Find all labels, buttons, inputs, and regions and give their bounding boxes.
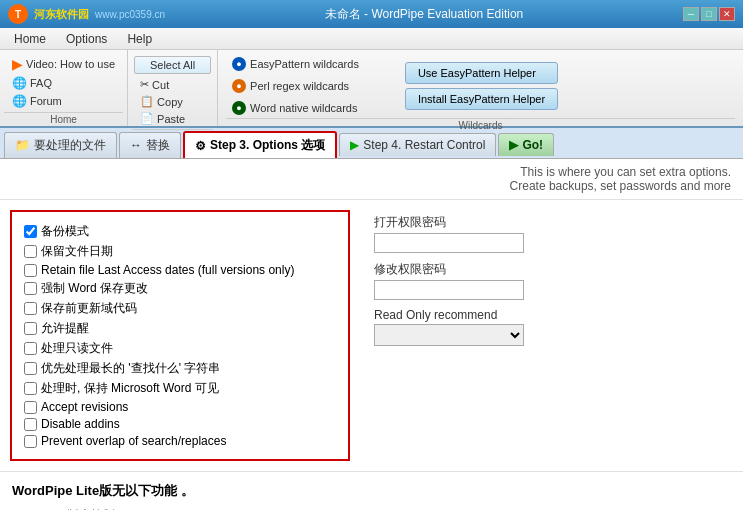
option-ms-visible-checkbox[interactable] <box>24 382 37 395</box>
faq-button[interactable]: 🌐 FAQ <box>6 74 121 92</box>
tab-replace-label: 替换 <box>146 137 170 154</box>
word-native-button[interactable]: ● Word native wildcards <box>226 98 365 118</box>
select-all-button[interactable]: Select All <box>134 56 211 74</box>
options-right-panel: 打开权限密码 修改权限密码 Read Only recommend Yes No <box>370 210 733 461</box>
bottom-title: WordPipe Lite版无以下功能 。 <box>12 482 731 500</box>
tab-files-icon: 📁 <box>15 138 30 152</box>
title-bar: T 河东软件园 www.pc0359.cn 未命名 - WordPipe Eva… <box>0 0 743 28</box>
install-ep-helper-button[interactable]: Install EasyPattern Helper <box>405 88 558 110</box>
select-all-label: Select All <box>150 59 195 71</box>
wildcards-group-label: Wildcards <box>226 118 735 132</box>
video-button[interactable]: ▶ Video: How to use <box>6 54 121 74</box>
close-button[interactable]: ✕ <box>719 7 735 21</box>
option-disable-add-label: Disable addins <box>41 417 120 431</box>
tab-replace[interactable]: ↔ 替换 <box>119 132 181 158</box>
paste-icon: 📄 <box>140 112 154 125</box>
option-retain-access-checkbox[interactable] <box>24 264 37 277</box>
tab-options-icon: ⚙ <box>195 139 206 153</box>
app-logo: T <box>8 4 28 24</box>
option-priority-checkbox[interactable] <box>24 362 37 375</box>
open-password-label: 打开权限密码 <box>374 214 729 231</box>
tab-go-label: Go! <box>522 138 543 152</box>
menu-options[interactable]: Options <box>56 30 117 48</box>
option-accept-rev-checkbox[interactable] <box>24 401 37 414</box>
option-allow-prompt: 允许提醒 <box>24 320 336 337</box>
menu-bar: Home Options Help <box>0 28 743 50</box>
modify-password-label: 修改权限密码 <box>374 261 729 278</box>
easypattern-button[interactable]: ● EasyPattern wildcards <box>226 54 365 74</box>
option-disable-add: Disable addins <box>24 417 336 431</box>
option-accept-rev-label: Accept revisions <box>41 400 128 414</box>
tab-bar: 📁 要处理的文件 ↔ 替换 ⚙ Step 3. Options 选项 ▶ Ste… <box>0 128 743 159</box>
option-save-before: 保存前更新域代码 <box>24 300 336 317</box>
title-bar-left: T 河东软件园 www.pc0359.cn <box>8 4 165 24</box>
word-native-icon: ● <box>232 101 246 115</box>
option-backup: 备份模式 <box>24 223 336 240</box>
option-force-save-label: 强制 Word 保存更改 <box>41 280 148 297</box>
option-backup-checkbox[interactable] <box>24 225 37 238</box>
option-prevent-overlap-checkbox[interactable] <box>24 435 37 448</box>
easypattern-icon: ● <box>232 57 246 71</box>
option-retain-access-label: Retain file Last Access dates (full vers… <box>41 263 294 277</box>
paste-button[interactable]: 📄 Paste <box>134 110 191 127</box>
tab-options[interactable]: ⚙ Step 3. Options 选项 <box>183 131 337 158</box>
copy-label: Copy <box>157 96 183 108</box>
easypattern-label: EasyPattern wildcards <box>250 58 359 70</box>
faq-label: FAQ <box>30 77 52 89</box>
option-force-save: 强制 Word 保存更改 <box>24 280 336 297</box>
option-priority-label: 优先处理最长的 '查找什么' 字符串 <box>41 360 220 377</box>
menu-help[interactable]: Help <box>117 30 162 48</box>
option-backup-label: 备份模式 <box>41 223 89 240</box>
tab-options-label: Step 3. Options 选项 <box>210 137 325 154</box>
faq-icon: 🌐 <box>12 76 27 90</box>
tab-files-label: 要处理的文件 <box>34 137 106 154</box>
window-title: 未命名 - WordPipe Evaluation Edition <box>325 6 524 23</box>
bottom-section: WordPipe Lite版无以下功能 。 ISO-9001 版本控制 <box>0 471 743 510</box>
forum-label: Forum <box>30 95 62 107</box>
option-disable-add-checkbox[interactable] <box>24 418 37 431</box>
option-readonly-label: 处理只读文件 <box>41 340 113 357</box>
option-accept-rev: Accept revisions <box>24 400 336 414</box>
readonly-recommend-select[interactable]: Yes No <box>374 324 524 346</box>
perl-regex-button[interactable]: ● Perl regex wildcards <box>226 76 365 96</box>
tab-go[interactable]: ▶ Go! <box>498 133 554 156</box>
option-readonly-checkbox[interactable] <box>24 342 37 355</box>
forum-button[interactable]: 🌐 Forum <box>6 92 121 110</box>
scissors-icon: ✂ <box>140 78 149 91</box>
description-area: This is where you can set extra options.… <box>0 159 743 200</box>
tab-files[interactable]: 📁 要处理的文件 <box>4 132 117 158</box>
toolbar-group-home: ▶ Video: How to use 🌐 FAQ 🌐 Forum Home <box>0 50 128 126</box>
cut-button[interactable]: ✂ Cut <box>134 76 175 93</box>
use-ep-helper-button[interactable]: Use EasyPattern Helper <box>405 62 558 84</box>
option-preserve-date: 保留文件日期 <box>24 243 336 260</box>
toolbar-group-edit: Select All ✂ Cut 📋 Copy 📄 Paste Edit <box>128 50 218 126</box>
home-group-label: Home <box>4 112 123 126</box>
tab-restart-label: Step 4. Restart Control <box>363 138 485 152</box>
video-icon: ▶ <box>12 56 23 72</box>
option-save-before-checkbox[interactable] <box>24 302 37 315</box>
tab-restart[interactable]: ▶ Step 4. Restart Control <box>339 133 496 156</box>
option-allow-prompt-checkbox[interactable] <box>24 322 37 335</box>
forum-icon: 🌐 <box>12 94 27 108</box>
home-group-content: ▶ Video: How to use 🌐 FAQ 🌐 Forum <box>4 52 123 112</box>
toolbar-group-wildcards: ● EasyPattern wildcards ● Perl regex wil… <box>218 50 743 126</box>
tab-restart-icon: ▶ <box>350 138 359 152</box>
option-preserve-date-checkbox[interactable] <box>24 245 37 258</box>
copy-button[interactable]: 📋 Copy <box>134 93 189 110</box>
video-label: Video: How to use <box>26 58 115 70</box>
modify-password-input[interactable] <box>374 280 524 300</box>
site-name: 河东软件园 <box>34 7 89 22</box>
option-ms-visible-label: 处理时, 保持 Microsoft Word 可见 <box>41 380 219 397</box>
menu-home[interactable]: Home <box>4 30 56 48</box>
open-password-input[interactable] <box>374 233 524 253</box>
option-prevent-overlap-label: Prevent overlap of search/replaces <box>41 434 226 448</box>
option-preserve-date-label: 保留文件日期 <box>41 243 113 260</box>
option-priority: 优先处理最长的 '查找什么' 字符串 <box>24 360 336 377</box>
copy-icon: 📋 <box>140 95 154 108</box>
maximize-button[interactable]: □ <box>701 7 717 21</box>
options-left-panel: 备份模式 保留文件日期 Retain file Last Access date… <box>10 210 350 461</box>
minimize-button[interactable]: ─ <box>683 7 699 21</box>
option-force-save-checkbox[interactable] <box>24 282 37 295</box>
option-prevent-overlap: Prevent overlap of search/replaces <box>24 434 336 448</box>
ep-helper-buttons: Use EasyPattern Helper Install EasyPatte… <box>405 62 558 110</box>
